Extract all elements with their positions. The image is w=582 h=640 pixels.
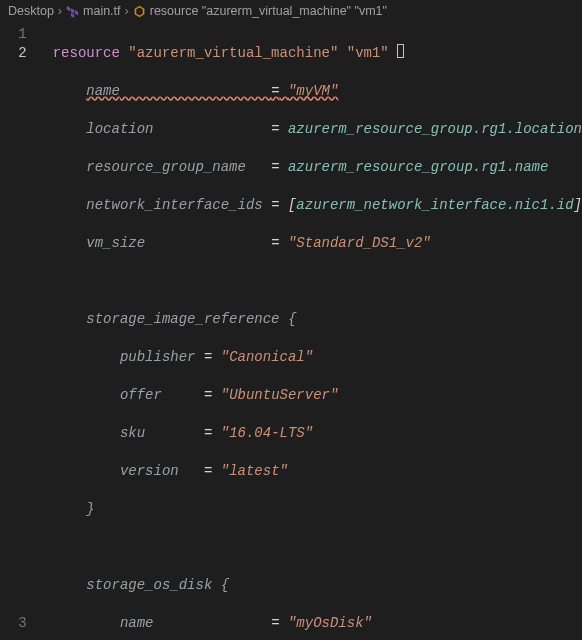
code-error-span: name = "myVM" [86,83,338,99]
string: "azurerm_virtual_machine" [128,45,338,61]
line-number: 2 [0,44,27,63]
breadcrumb[interactable]: Desktop › main.tf › resource "azurerm_vi… [0,0,582,22]
breadcrumb-segment-file[interactable]: main.tf [83,4,121,18]
cursor-bracket-icon [397,44,404,58]
keyword: resource [53,45,120,61]
chevron-right-icon: › [125,4,129,18]
code-content[interactable]: resource "azurerm_virtual_machine" "vm1"… [39,22,582,640]
breadcrumb-segment-symbol[interactable]: resource "azurerm_virtual_machine" "vm1" [150,4,387,18]
line-number: 3 [0,614,27,633]
string: "vm1" [347,45,389,61]
code-editor[interactable]: 1 2 3 resource "azurerm_virtual_machine"… [0,22,582,640]
line-number-gutter: 1 2 3 [0,22,39,640]
symbol-icon [133,5,146,18]
chevron-right-icon: › [58,4,62,18]
line-number: 1 [0,25,27,44]
terraform-file-icon [66,5,79,18]
breadcrumb-segment-folder[interactable]: Desktop [8,4,54,18]
